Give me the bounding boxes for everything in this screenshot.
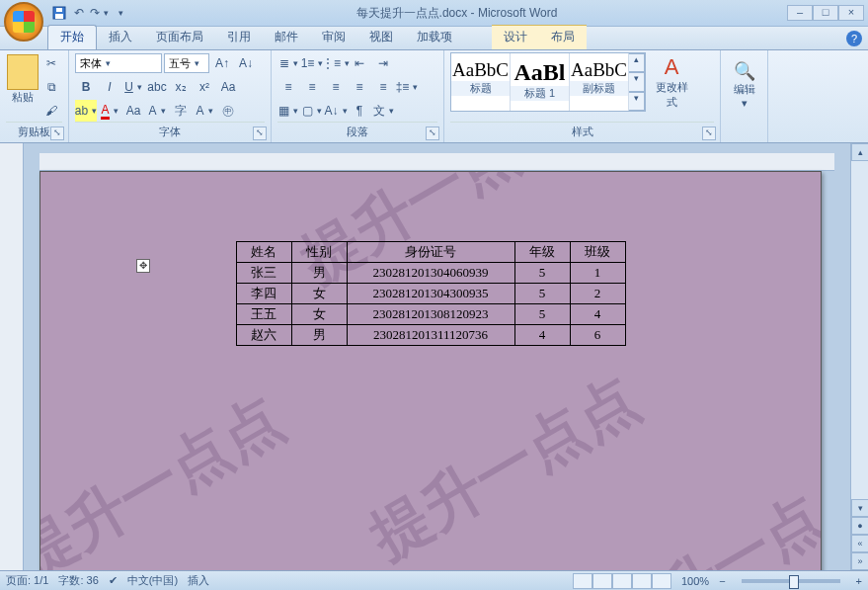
horizontal-ruler[interactable] [39, 153, 834, 171]
vertical-ruler[interactable] [0, 143, 24, 570]
distribute-button[interactable]: ≡ [372, 76, 394, 98]
tab-mailings[interactable]: 邮件 [263, 26, 310, 49]
gallery-scroll[interactable]: ▴▾▾ [629, 53, 645, 111]
header-name[interactable]: 姓名 [236, 242, 291, 263]
justify-button[interactable]: ≡ [349, 76, 370, 98]
tab-references[interactable]: 引用 [215, 26, 263, 49]
bullets-button[interactable]: ≣ [277, 52, 299, 74]
sort-button[interactable]: A↓ [325, 100, 347, 122]
char-border-button[interactable]: A [146, 100, 168, 122]
outline-view-button[interactable] [632, 573, 652, 589]
char-shading-button[interactable]: A [194, 100, 215, 122]
text-direction-button[interactable]: 文 [372, 100, 394, 122]
redo-icon[interactable]: ↷ [91, 5, 107, 21]
header-class[interactable]: 班级 [570, 242, 625, 263]
dialog-launcher-icon[interactable]: ⤡ [50, 126, 64, 140]
align-left-button[interactable]: ≡ [277, 76, 299, 98]
page[interactable]: 提升一点点 提升一点点 提升一点点 提升一点点 ✥ 姓名 性别 身份证号 年级 … [39, 171, 822, 570]
scroll-up-icon[interactable]: ▴ [851, 143, 868, 161]
tab-insert[interactable]: 插入 [97, 26, 144, 49]
style-item-heading1[interactable]: AaBl标题 1 [511, 53, 570, 111]
shading-button[interactable]: ▦ [277, 100, 299, 122]
svg-rect-1 [55, 14, 63, 19]
document-table[interactable]: 姓名 性别 身份证号 年级 班级 张三男23028120130406093951… [236, 241, 626, 346]
tab-review[interactable]: 审阅 [310, 26, 357, 49]
tab-start[interactable]: 开始 [47, 25, 97, 49]
change-case-button[interactable]: Aa [122, 100, 144, 122]
vertical-scrollbar[interactable]: ▴ ▾ ● « » [850, 143, 868, 570]
next-page-icon[interactable]: » [851, 552, 868, 570]
paste-button[interactable]: 粘贴 [6, 52, 39, 105]
zoom-slider[interactable] [742, 579, 840, 583]
undo-icon[interactable]: ↶ [71, 5, 87, 21]
document-viewport[interactable]: 提升一点点 提升一点点 提升一点点 提升一点点 ✥ 姓名 性别 身份证号 年级 … [24, 143, 850, 570]
align-center-button[interactable]: ≡ [301, 76, 323, 98]
highlight-color-button[interactable]: ab [75, 100, 97, 122]
prev-page-icon[interactable]: « [851, 535, 868, 552]
phonetic-guide-button[interactable]: 字 [170, 100, 192, 122]
restore-button[interactable]: □ [813, 5, 838, 21]
tab-addins[interactable]: 加载项 [405, 26, 464, 49]
tab-page-layout[interactable]: 页面布局 [144, 26, 215, 49]
draft-view-button[interactable] [652, 573, 671, 589]
numbering-button[interactable]: 1≡ [301, 52, 323, 74]
subscript-button[interactable]: x₂ [170, 76, 192, 98]
zoom-in-button[interactable]: + [856, 575, 862, 587]
shrink-font-icon[interactable]: A↓ [235, 52, 257, 74]
save-icon[interactable] [51, 5, 67, 21]
style-item-title[interactable]: AaBbC标题 [451, 53, 511, 111]
enclose-char-button[interactable]: ㊥ [217, 100, 239, 122]
styles-gallery[interactable]: AaBbC标题 AaBl标题 1 AaBbC副标题 ▴▾▾ [450, 52, 646, 112]
superscript-button[interactable]: x² [194, 76, 215, 98]
help-icon[interactable]: ? [846, 31, 862, 46]
zoom-level[interactable]: 100% [681, 575, 709, 587]
copy-icon[interactable]: ⧉ [40, 76, 62, 98]
header-id[interactable]: 身份证号 [347, 242, 514, 263]
decrease-indent-button[interactable]: ⇤ [349, 52, 370, 74]
strike-button[interactable]: abc [146, 76, 168, 98]
dialog-launcher-icon[interactable]: ⤡ [426, 126, 439, 140]
font-family-select[interactable]: 宋体 [75, 53, 162, 73]
status-language[interactable]: 中文(中国) [127, 573, 178, 588]
find-button[interactable]: 🔍 编辑 ▾ [727, 52, 761, 110]
print-layout-view-button[interactable] [573, 573, 592, 589]
tab-view[interactable]: 视图 [357, 26, 405, 49]
status-words[interactable]: 字数: 36 [58, 573, 98, 588]
web-layout-view-button[interactable] [612, 573, 632, 589]
tab-table-design[interactable]: 设计 [492, 25, 539, 49]
align-right-button[interactable]: ≡ [325, 76, 347, 98]
cut-icon[interactable]: ✂ [40, 52, 62, 74]
underline-button[interactable]: U [122, 76, 144, 98]
table-move-handle-icon[interactable]: ✥ [136, 259, 150, 273]
tab-table-layout[interactable]: 布局 [539, 25, 587, 49]
header-grade[interactable]: 年级 [514, 242, 570, 263]
browse-object-icon[interactable]: ● [851, 517, 868, 535]
full-screen-view-button[interactable] [592, 573, 612, 589]
dialog-launcher-icon[interactable]: ⤡ [702, 126, 716, 140]
minimize-button[interactable]: – [787, 5, 813, 21]
italic-button[interactable]: I [99, 76, 120, 98]
bold-button[interactable]: B [75, 76, 97, 98]
increase-indent-button[interactable]: ⇥ [372, 52, 394, 74]
grow-font-icon[interactable]: A↑ [211, 52, 233, 74]
status-spellcheck-icon[interactable]: ✔ [109, 574, 118, 587]
scroll-down-icon[interactable]: ▾ [851, 499, 868, 517]
close-button[interactable]: × [838, 5, 864, 21]
zoom-out-button[interactable]: − [719, 575, 725, 587]
show-marks-button[interactable]: ¶ [349, 100, 370, 122]
dialog-launcher-icon[interactable]: ⤡ [253, 126, 267, 140]
change-styles-button[interactable]: A 更改样式 [652, 54, 691, 110]
office-button[interactable] [4, 2, 43, 42]
header-gender[interactable]: 性别 [291, 242, 347, 263]
borders-button[interactable]: ▢ [301, 100, 323, 122]
line-spacing-button[interactable]: ‡≡ [396, 76, 418, 98]
qat-more-icon[interactable] [111, 5, 126, 21]
multilevel-list-button[interactable]: ⋮≡ [325, 52, 347, 74]
clear-format-icon[interactable]: Aa [217, 76, 239, 98]
font-color-button[interactable]: A [99, 100, 120, 122]
style-item-subtitle[interactable]: AaBbC副标题 [570, 53, 629, 111]
format-painter-icon[interactable]: 🖌 [40, 100, 62, 122]
status-page[interactable]: 页面: 1/1 [6, 573, 48, 588]
font-size-select[interactable]: 五号 [164, 53, 209, 73]
status-mode[interactable]: 插入 [188, 573, 209, 588]
